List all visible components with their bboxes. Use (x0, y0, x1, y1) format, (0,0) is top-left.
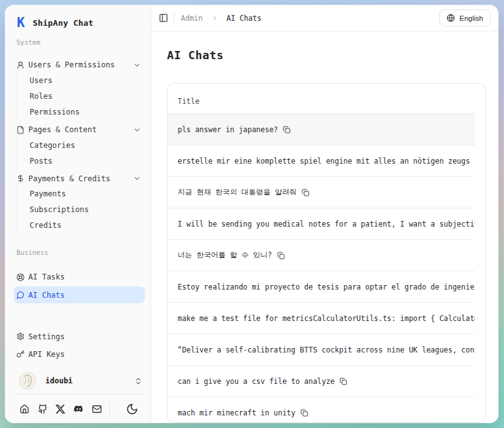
gear-icon (16, 332, 25, 341)
group-children: Categories Posts (17, 138, 145, 169)
app-window: K ShipAny Chat System Users & Permission… (5, 5, 498, 423)
table-row[interactable]: make me a test file for metricsCalculato… (168, 303, 475, 334)
sidebar-item-settings[interactable]: Settings (14, 329, 145, 344)
breadcrumb-admin[interactable]: Admin (181, 14, 203, 23)
app-logo[interactable]: K ShipAny Chat (14, 13, 145, 33)
x-twitter-icon[interactable] (55, 404, 66, 414)
item-label: Settings (28, 332, 65, 341)
header-divider (174, 13, 175, 23)
ai-tasks-icon (16, 273, 25, 281)
page-title: AI Chats (167, 48, 498, 62)
sidebar-item-ai-tasks[interactable]: AI Tasks (14, 269, 145, 286)
globe-icon (447, 14, 455, 22)
file-icon (16, 126, 25, 134)
top-header: Admin AI Chats English (151, 5, 498, 31)
avatar (19, 372, 37, 390)
chevrons-up-down-icon (134, 377, 142, 385)
group-children: Payments Subscriptions Credits (17, 186, 145, 234)
row-title: “Deliver a self-calibrating BTTS cockpit… (178, 346, 475, 354)
table-row[interactable]: “Deliver a self-calibrating BTTS cockpit… (168, 334, 475, 366)
section-label-system: System (14, 38, 145, 48)
sidebar-item-users[interactable]: Users (18, 73, 145, 89)
chevron-right-icon (211, 14, 219, 22)
row-title: erstelle mir eine komplette spiel engine… (178, 157, 470, 166)
table-row[interactable]: can i give you a csv file to analyze (168, 366, 475, 397)
group-label: Users & Permissions (28, 60, 115, 69)
breadcrumb: Admin AI Chats (181, 13, 261, 23)
chats-table-card: Title pls answer in japanese? erstelle m… (167, 83, 486, 423)
message-circle-icon (16, 291, 25, 299)
row-title: 너는 한국어를 할 수 있니? (178, 251, 272, 260)
user-menu[interactable]: idoubi (14, 368, 145, 394)
copy-icon[interactable] (301, 409, 308, 417)
table-row[interactable]: mach mir minecraft in unity (168, 397, 475, 423)
language-button[interactable]: English (439, 9, 491, 26)
discord-icon[interactable] (74, 404, 84, 414)
table-row[interactable]: erstelle mir eine komplette spiel engine… (168, 145, 475, 177)
sidebar-item-ai-chats[interactable]: AI Chats (14, 286, 145, 303)
sidebar-footer (14, 394, 145, 423)
copy-icon[interactable] (277, 252, 285, 259)
app-title: ShipAny Chat (33, 18, 93, 28)
table-row[interactable]: pls answer in japanese? (168, 114, 475, 145)
sidebar-item-api-keys[interactable]: API Keys (14, 346, 145, 362)
dollar-icon (16, 174, 25, 183)
row-title: mach mir minecraft in unity (178, 408, 295, 417)
chevron-down-icon (133, 61, 141, 69)
row-title: pls answer in japanese? (178, 125, 278, 134)
table-row[interactable]: Estoy realizando mi proyecto de tesis pa… (168, 271, 475, 303)
sidebar-item-categories[interactable]: Categories (18, 138, 145, 154)
row-title: I will be sending you medical notes for … (178, 220, 475, 228)
row-title: 지금 현재 한국의 대통령을 알려줘 (178, 188, 297, 197)
mail-icon[interactable] (92, 404, 102, 414)
table-row[interactable]: I will be sending you medical notes for … (168, 208, 475, 240)
sidebar-item-roles[interactable]: Roles (18, 89, 145, 104)
home-icon[interactable] (20, 404, 30, 414)
copy-icon[interactable] (283, 126, 290, 133)
table-row[interactable]: 지금 현재 한국의 대통령을 알려줘 (168, 177, 475, 208)
logo-k-icon: K (14, 16, 28, 30)
chevron-down-icon (133, 174, 141, 183)
row-title: make me a test file for metricsCalculato… (178, 314, 475, 323)
sidebar-item-credits[interactable]: Credits (18, 218, 145, 234)
group-label: Payments & Credits (28, 174, 110, 183)
main-area: Admin AI Chats English AI Chats Title pl… (151, 5, 498, 423)
sidebar: K ShipAny Chat System Users & Permission… (5, 5, 151, 423)
language-label: English (459, 14, 483, 22)
breadcrumb-current: AI Chats (227, 14, 261, 23)
sidebar-item-payments[interactable]: Payments (18, 186, 145, 202)
row-title: Estoy realizando mi proyecto de tesis pa… (178, 283, 475, 291)
sidebar-item-subscriptions[interactable]: Subscriptions (18, 202, 145, 218)
sidebar-item-posts[interactable]: Posts (18, 154, 145, 169)
table-row[interactable]: 너는 한국어를 할 수 있니? (168, 240, 475, 271)
item-label: API Keys (28, 350, 65, 359)
key-icon (16, 350, 25, 358)
section-label-business: Business (14, 249, 145, 258)
moon-icon[interactable] (126, 403, 139, 415)
row-title: can i give you a csv file to analyze (178, 377, 335, 386)
group-label: Pages & Content (28, 125, 96, 134)
chevron-down-icon (133, 126, 141, 134)
copy-icon[interactable] (340, 378, 347, 385)
copy-icon[interactable] (302, 189, 309, 196)
item-label: AI Chats (28, 291, 65, 300)
item-label: AI Tasks (28, 273, 65, 281)
user-icon (16, 61, 25, 69)
sidebar-group-payments-credits[interactable]: Payments & Credits (14, 171, 145, 187)
sidebar-toggle-icon[interactable] (159, 13, 168, 23)
table-header-title: Title (168, 84, 475, 114)
github-icon[interactable] (38, 404, 48, 414)
group-children: Users Roles Permissions (17, 73, 145, 120)
footer-divider (110, 403, 110, 415)
sidebar-group-pages-content[interactable]: Pages & Content (14, 122, 145, 138)
user-name: idoubi (45, 376, 72, 385)
sidebar-item-permissions[interactable]: Permissions (18, 104, 145, 120)
sidebar-group-users-permissions[interactable]: Users & Permissions (14, 57, 145, 73)
